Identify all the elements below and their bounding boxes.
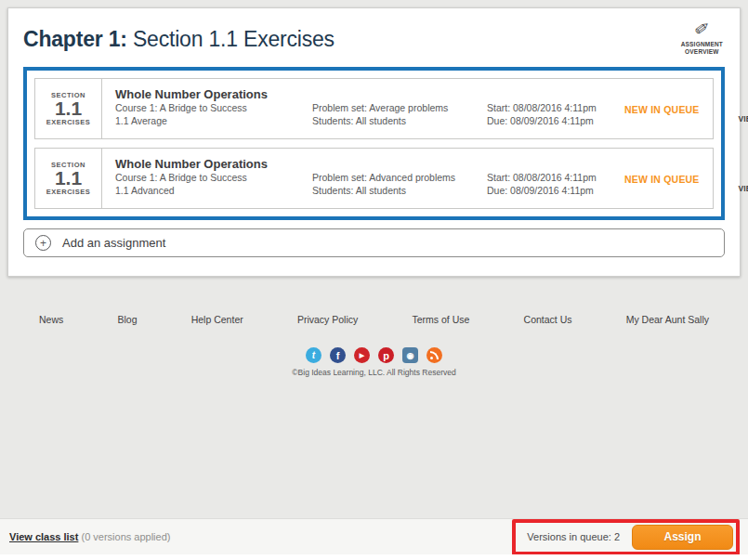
plus-circle-icon: + <box>35 235 51 251</box>
social-icons-row: t f ▶ p ◉ <box>0 347 748 363</box>
footer-links: News Blog Help Center Privacy Policy Ter… <box>0 314 748 325</box>
assignment-row-main: Whole Number Operations Course 1: A Brid… <box>102 149 748 208</box>
chapter-label: Chapter 1: <box>23 27 127 51</box>
add-assignment-label: Add an assignment <box>62 236 165 250</box>
assignment-dates-column: Start: 08/08/2016 4:11pm Due: 08/09/2016… <box>487 87 624 131</box>
view-edit-button[interactable]: ✐ VIEW/EDIT <box>738 164 748 193</box>
page-background: Chapter 1: Section 1.1 Exercises ✐ ASSIG… <box>0 0 748 554</box>
footer-link-contact-us[interactable]: Contact Us <box>524 314 572 325</box>
youtube-icon[interactable]: ▶ <box>354 347 370 363</box>
due-date: Due: 08/09/2016 4:11pm <box>487 114 624 127</box>
footer-link-my-dear-aunt-sally[interactable]: My Dear Aunt Sally <box>626 314 709 325</box>
assignment-status-column: NEW IN QUEUE <box>624 87 738 131</box>
facebook-icon[interactable]: f <box>330 347 346 363</box>
application-window: Chapter 1: Section 1.1 Exercises ✐ ASSIG… <box>0 0 748 560</box>
problem-set: Problem set: Advanced problems <box>312 171 487 184</box>
versions-applied-text: (0 versions applied) <box>78 531 170 542</box>
footer-link-blog[interactable]: Blog <box>117 314 137 325</box>
view-edit-button[interactable]: ✐ VIEW/EDIT <box>738 95 748 124</box>
card-header: Chapter 1: Section 1.1 Exercises ✐ ASSIG… <box>23 20 725 58</box>
assignment-row: SECTION 1.1 EXERCISES Whole Number Opera… <box>34 78 714 139</box>
pencil-icon: ✐ <box>693 20 710 39</box>
assignment-variant: 1.1 Advanced <box>115 184 312 197</box>
versions-in-queue-text: Versions in queue: 2 <box>527 531 620 542</box>
assignment-row: SECTION 1.1 EXERCISES Whole Number Opera… <box>34 148 714 209</box>
rss-icon[interactable] <box>426 347 442 363</box>
bottom-bar: View class list (0 versions applied) Ver… <box>0 518 748 554</box>
problem-set: Problem set: Average problems <box>312 101 487 114</box>
assignment-dates-column: Start: 08/08/2016 4:11pm Due: 08/09/2016… <box>487 157 624 201</box>
students: Students: All students <box>312 114 487 127</box>
instagram-icon[interactable]: ◉ <box>402 347 418 363</box>
assignment-variant: 1.1 Average <box>115 114 312 127</box>
queue-box: SECTION 1.1 EXERCISES Whole Number Opera… <box>23 67 725 220</box>
page-title: Chapter 1: Section 1.1 Exercises <box>23 20 335 52</box>
start-date: Start: 08/08/2016 4:11pm <box>487 101 624 114</box>
assignment-course: Course 1: A Bridge to Success <box>115 101 312 114</box>
assignment-course: Course 1: A Bridge to Success <box>115 171 312 184</box>
twitter-icon[interactable]: t <box>306 347 322 363</box>
section-badge: SECTION 1.1 EXERCISES <box>35 79 102 138</box>
pinterest-icon[interactable]: p <box>378 347 394 363</box>
assignment-title: Whole Number Operations <box>115 87 312 101</box>
assignment-title-column: Whole Number Operations Course 1: A Brid… <box>115 87 312 131</box>
assignment-overview-button[interactable]: ✐ ASSIGNMENT OVERVIEW <box>679 20 725 58</box>
assignment-problemset-column: Problem set: Average problems Students: … <box>312 87 487 131</box>
status-badge: NEW IN QUEUE <box>624 104 700 115</box>
section-badge: SECTION 1.1 EXERCISES <box>35 149 102 208</box>
queue-highlight-annotation: Versions in queue: 2 Assign <box>512 519 740 555</box>
due-date: Due: 08/09/2016 4:11pm <box>487 184 624 197</box>
assign-button[interactable]: Assign <box>632 525 733 550</box>
assignment-actions: ✐ VIEW/EDIT ✕ DELETE <box>738 87 748 131</box>
view-class-list-area: View class list (0 versions applied) <box>9 531 170 542</box>
add-assignment-button[interactable]: + Add an assignment <box>23 228 725 257</box>
assignment-actions: ✐ VIEW/EDIT ✕ DELETE <box>738 157 748 201</box>
footer-link-terms-of-use[interactable]: Terms of Use <box>412 314 469 325</box>
status-badge: NEW IN QUEUE <box>624 174 700 185</box>
assignment-title-column: Whole Number Operations Course 1: A Brid… <box>115 157 312 201</box>
copyright-text: ©Big Ideas Learning, LLC. All Rights Res… <box>0 368 748 377</box>
view-class-list-link[interactable]: View class list <box>9 531 78 542</box>
footer-link-help-center[interactable]: Help Center <box>191 314 243 325</box>
section-label: Section 1.1 Exercises <box>127 27 335 51</box>
assignment-problemset-column: Problem set: Advanced problems Students:… <box>312 157 487 201</box>
students: Students: All students <box>312 184 487 197</box>
assignments-card: Chapter 1: Section 1.1 Exercises ✐ ASSIG… <box>7 7 741 277</box>
assignment-title: Whole Number Operations <box>115 157 312 171</box>
footer-link-privacy-policy[interactable]: Privacy Policy <box>297 314 358 325</box>
assignment-status-column: NEW IN QUEUE <box>624 157 738 201</box>
start-date: Start: 08/08/2016 4:11pm <box>487 171 624 184</box>
assignment-row-main: Whole Number Operations Course 1: A Brid… <box>102 79 748 138</box>
footer-link-news[interactable]: News <box>39 314 63 325</box>
assignment-overview-label: ASSIGNMENT OVERVIEW <box>681 41 723 56</box>
